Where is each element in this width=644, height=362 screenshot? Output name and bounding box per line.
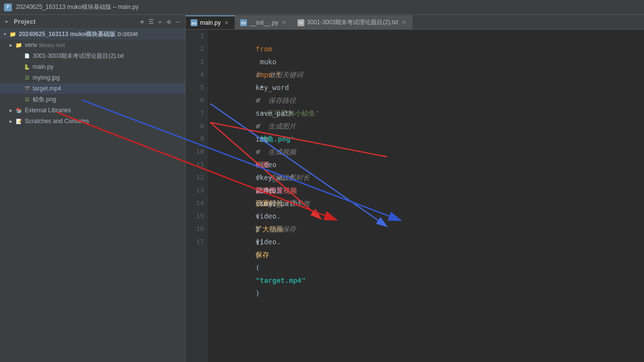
root-arrow xyxy=(2,31,8,37)
scratches-icon: 📝 xyxy=(15,117,23,125)
root-path: D:\20240 xyxy=(117,32,138,37)
tab-init-py-label: __init__.py xyxy=(249,19,278,26)
comment-11: # 视频设置时长 xyxy=(255,174,309,181)
kw-from: from xyxy=(255,45,272,53)
sidebar-item-venv[interactable]: 📁 venv library root xyxy=(0,40,185,50)
comment-15: # 视频保存 xyxy=(255,225,296,233)
code-line-2 xyxy=(214,43,644,55)
sidebar-split-icon[interactable]: ⇔ xyxy=(156,18,163,25)
whale-icon: 🖼 xyxy=(23,95,31,103)
editor-content: 1 2 3 4 5 6 7 8 9 10 11 12 13 14 15 16 1… xyxy=(186,30,644,362)
extlib-icon: 📚 xyxy=(15,106,23,114)
sidebar-title: Project xyxy=(14,18,36,25)
sidebar-item-scratches[interactable]: 📝 Scratches and Consoles xyxy=(0,116,185,127)
whale-label: 鲸鱼.png xyxy=(33,95,56,104)
tab-main-py-icon: py xyxy=(191,19,198,26)
sidebar: Project ⊕ ☰ ⇔ ⚙ — 📁 20240625_163113 muko… xyxy=(0,15,186,362)
kw-video-14: video. xyxy=(255,212,281,220)
venv-icon: 📁 xyxy=(15,41,23,49)
kw-paren-16a: ( xyxy=(255,264,259,272)
target-label: target.mp4 xyxy=(33,85,61,92)
myimg-icon: 🖼 xyxy=(23,74,31,82)
sidebar-item-myimg[interactable]: 🖼 myimg.jpg xyxy=(0,72,185,83)
root-folder-icon: 📁 xyxy=(9,30,17,38)
comment-3: # 做图关键词 xyxy=(255,71,302,79)
line-numbers: 1 2 3 4 5 6 7 8 9 10 11 12 13 14 15 16 1… xyxy=(186,30,208,362)
title-bar: P 20240625_163113 muko模块基础版 – main.py xyxy=(0,0,644,15)
target-icon: 🎬 xyxy=(23,85,31,92)
string-target: "target.mp4" xyxy=(255,276,305,284)
tab-init-py-icon: py xyxy=(240,19,247,26)
app-icon: P xyxy=(4,3,12,11)
sidebar-gear-icon[interactable]: ⚙ xyxy=(165,18,172,25)
sidebar-header: Project ⊕ ☰ ⇔ ⚙ — xyxy=(0,15,185,29)
scratches-label: Scratches and Consoles xyxy=(25,118,89,125)
tab-init-py[interactable]: py __init__.py ✕ xyxy=(235,15,293,29)
tab-exam-txt-icon: txt xyxy=(297,19,304,26)
kw-save-path: save_path xyxy=(255,109,297,117)
sidebar-icons: ⊕ ☰ ⇔ ⚙ — xyxy=(139,18,181,25)
tab-exam-txt-label: 3001-3003期末考试理论题目(2).txt xyxy=(307,18,398,27)
kw-muko: muko xyxy=(255,58,281,66)
kw-paren-16b: ) xyxy=(255,289,259,297)
venv-arrow xyxy=(8,42,14,48)
project-tree: 📁 20240625_163113 muko模块基础版 D:\20240 📁 v… xyxy=(0,29,185,362)
sidebar-item-whale-png[interactable]: 🖼 鲸鱼.png xyxy=(0,94,185,105)
comment-13: # 视频设置动效 xyxy=(255,199,309,207)
main-layout: Project ⊕ ☰ ⇔ ⚙ — 📁 20240625_163113 muko… xyxy=(0,15,644,362)
tree-root-item[interactable]: 📁 20240625_163113 muko模块基础版 D:\20240 xyxy=(0,29,185,40)
comment-5: # 保存路径 xyxy=(255,96,296,104)
extlib-arrow xyxy=(8,107,14,113)
myimg-label: myimg.jpg xyxy=(33,74,60,81)
tab-init-py-close[interactable]: ✕ xyxy=(281,19,287,26)
comment-9: # 生成视频 xyxy=(255,148,296,156)
scratches-arrow xyxy=(8,118,14,124)
sidebar-list-icon[interactable]: ☰ xyxy=(148,18,154,25)
cursor-bar: | xyxy=(255,251,259,259)
kw-video: video xyxy=(255,161,281,169)
project-collapse-arrow[interactable] xyxy=(4,19,10,25)
comment-7: # 生成图片 xyxy=(255,122,296,130)
editor-area: py main.py ✕ py __init__.py ✕ txt 3001-3… xyxy=(186,15,644,362)
sidebar-add-icon[interactable]: ⊕ xyxy=(139,18,146,25)
kw-img: img xyxy=(255,135,272,143)
sidebar-item-txt[interactable]: 📄 3001-3003期末考试理论题目(2).txt xyxy=(0,50,185,61)
kw-video-16: video. xyxy=(255,238,281,246)
main-py-icon: 🐍 xyxy=(23,63,31,71)
title-text: 20240625_163113 muko模块基础版 – main.py xyxy=(16,3,139,11)
sidebar-item-ext-lib[interactable]: 📚 External Libraries xyxy=(0,105,185,116)
sidebar-item-target-mp4[interactable]: 🎬 target.mp4 xyxy=(0,83,185,94)
tab-main-py-label: main.py xyxy=(200,19,221,26)
tabs-bar: py main.py ✕ py __init__.py ✕ txt 3001-3… xyxy=(186,15,644,30)
code-line-1: from muko import * xyxy=(214,30,644,43)
txt-label: 3001-3003期末考试理论题目(2).txt xyxy=(33,52,124,60)
tab-exam-txt[interactable]: txt 3001-3003期末考试理论题目(2).txt ✕ xyxy=(293,15,412,29)
main-py-label: main.py xyxy=(33,63,53,70)
kw-video-12: video. xyxy=(255,186,281,194)
sidebar-item-main-py[interactable]: 🐍 main.py xyxy=(0,61,185,72)
tab-main-py[interactable]: py main.py ✕ xyxy=(186,15,235,29)
extlib-label: External Libraries xyxy=(25,107,71,114)
sidebar-minimize-icon[interactable]: — xyxy=(174,18,181,25)
venv-sublabel: library root xyxy=(39,42,65,48)
txt-icon: 📄 xyxy=(23,52,31,60)
tab-main-py-close[interactable]: ✕ xyxy=(223,19,230,27)
tab-exam-txt-close[interactable]: ✕ xyxy=(400,19,407,26)
root-label: 20240625_163113 muko模块基础版 xyxy=(19,30,115,39)
code-area[interactable]: from muko import * # 做图关键词 key_word = '一… xyxy=(208,30,644,362)
kw-key-word: key_word xyxy=(255,84,293,91)
venv-label: venv xyxy=(25,42,37,48)
